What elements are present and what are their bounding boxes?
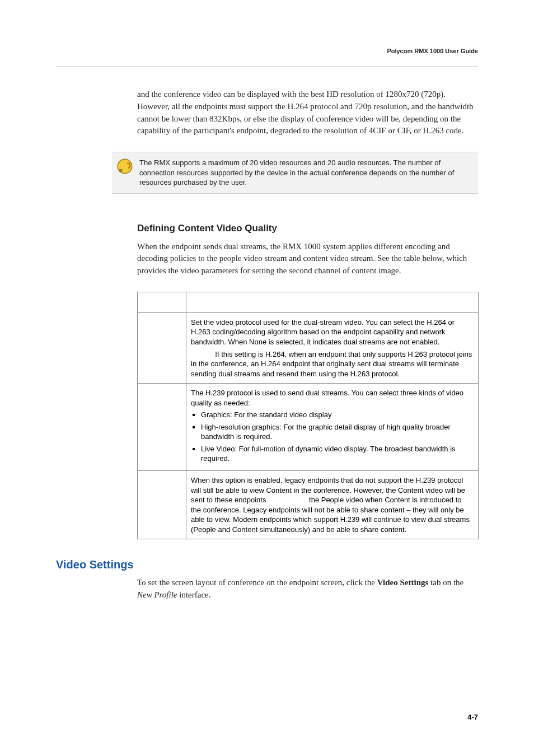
header-divider: [56, 67, 478, 67]
row0-p2: If this setting is H.264, when an endpoi…: [191, 350, 472, 378]
table-header-param: [138, 292, 186, 312]
table-header-row: [138, 292, 479, 312]
table-cell-desc: When this option is enabled, legacy endp…: [186, 471, 479, 539]
table-cell-param: [138, 312, 186, 383]
table-cell-desc: Set the video protocol used for the dual…: [186, 312, 479, 383]
table-cell-param: [138, 471, 186, 539]
intro-paragraph: and the conference video can be displaye…: [137, 88, 478, 137]
section-heading-video-settings: Video Settings: [56, 558, 478, 571]
table-row: The H.239 protocol is used to send dual …: [138, 384, 479, 471]
table-row: Set the video protocol used for the dual…: [138, 312, 479, 383]
s2-italic: New Profile: [137, 590, 177, 599]
note-box: The RMX supports a maximum of 20 video r…: [112, 152, 478, 194]
list-item: High-resolution graphics: For the graphi…: [201, 422, 474, 442]
note-text: The RMX supports a maximum of 20 video r…: [139, 152, 478, 193]
section1-paragraph: When the endpoint sends dual streams, th…: [137, 241, 478, 277]
table-cell-param: [138, 384, 186, 471]
s2-mid: tab on the: [428, 578, 463, 587]
note-icon-cell: [112, 152, 139, 193]
list-item: Live Video: For full-motion of dynamic v…: [201, 444, 474, 464]
table-cell-desc: The H.239 protocol is used to send dual …: [186, 384, 479, 471]
page-header-title: Polycom RMX 1000 User Guide: [56, 48, 478, 54]
reminder-icon: [116, 158, 133, 175]
svg-point-1: [119, 169, 122, 172]
row1-bullets: Graphics: For the standard video display…: [191, 410, 474, 464]
list-item: Graphics: For the standard video display: [201, 410, 474, 420]
s2-bold: Video Settings: [377, 578, 429, 587]
table-row: When this option is enabled, legacy endp…: [138, 471, 479, 539]
table-header-desc: [186, 292, 479, 312]
row0-p1: Set the video protocol used for the dual…: [191, 318, 455, 346]
row1-intro: The H.239 protocol is used to send dual …: [191, 389, 463, 407]
parameters-table: Set the video protocol used for the dual…: [137, 292, 479, 539]
page-number: 4-7: [467, 713, 478, 721]
section2-paragraph: To set the screen layout of conference o…: [137, 577, 478, 601]
s2-after: interface.: [177, 590, 211, 599]
s2-before: To set the screen layout of conference o…: [137, 578, 377, 587]
section-heading-content-quality: Defining Content Video Quality: [137, 223, 478, 234]
